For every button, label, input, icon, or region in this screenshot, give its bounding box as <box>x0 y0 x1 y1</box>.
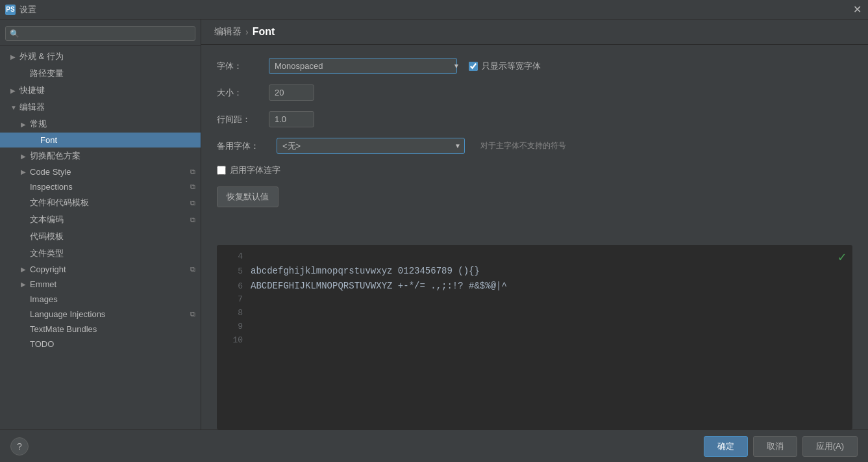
font-row: 字体： Monospaced Courier New Consolas Deja… <box>217 58 852 74</box>
size-label: 大小： <box>217 87 269 99</box>
sidebar-item-textmate-bundles[interactable]: TextMate Bundles <box>0 322 201 337</box>
size-input[interactable] <box>269 84 314 101</box>
sidebar-item-label: 切换配色方案 <box>30 150 195 162</box>
arrow-icon <box>10 87 19 94</box>
sidebar-item-general[interactable]: 常规 <box>0 116 201 133</box>
line-number: 10 <box>227 334 243 348</box>
copy-icon: ⧉ <box>190 168 195 176</box>
copy-icon: ⧉ <box>190 310 195 318</box>
restore-defaults-button[interactable]: 恢复默认值 <box>217 186 279 207</box>
sidebar-item-emmet[interactable]: Emmet <box>0 277 201 292</box>
copy-icon: ⧉ <box>190 265 195 274</box>
fallback-font-select[interactable]: <无> <box>277 138 465 154</box>
search-input[interactable] <box>22 29 191 38</box>
check-mark-icon: ✓ <box>838 249 846 265</box>
preview-line-6: 6 ABCDEFGHIJKLMNOPQRSTUVWXYZ +-*/= .,;:!… <box>227 279 842 294</box>
font-select[interactable]: Monospaced Courier New Consolas DejaVu S… <box>269 58 457 74</box>
copy-icon: ⧉ <box>190 183 195 191</box>
help-button[interactable]: ? <box>10 437 29 456</box>
arrow-icon <box>21 168 30 175</box>
font-dropdown-wrap: Monospaced Courier New Consolas DejaVu S… <box>269 58 464 74</box>
sidebar-item-label: Inspections <box>30 182 190 192</box>
sidebar-item-appearance[interactable]: 外观 & 行为 <box>0 48 201 65</box>
arrow-icon <box>10 104 19 111</box>
arrow-icon <box>21 121 30 128</box>
sidebar-item-lang-injections[interactable]: Language Injections ⧉ <box>0 307 201 322</box>
fallback-dropdown-wrap: <无> ▼ <box>277 138 465 154</box>
arrow-icon <box>21 266 30 273</box>
copy-icon: ⧉ <box>190 199 195 207</box>
ligature-checkbox[interactable] <box>217 166 226 175</box>
sidebar-item-label: Code Style <box>30 167 190 177</box>
sidebar-item-label: Images <box>30 294 195 304</box>
sidebar-item-file-code-templates[interactable]: 文件和代码模板 ⧉ <box>0 194 201 211</box>
sidebar-item-label: TextMate Bundles <box>30 324 195 334</box>
line-spacing-input[interactable] <box>269 111 314 127</box>
dialog-body: 🔍 外观 & 行为 路径变量 快捷键 <box>0 19 868 430</box>
arrow-icon <box>21 281 30 288</box>
search-wrap[interactable]: 🔍 <box>5 26 195 41</box>
monospace-checkbox-row: 只显示等宽字体 <box>469 60 541 72</box>
sidebar-item-path-vars[interactable]: 路径变量 <box>0 65 201 82</box>
breadcrumb: 编辑器 › Font <box>201 19 868 45</box>
dialog-title: 设置 <box>19 4 36 16</box>
sidebar-item-color-scheme[interactable]: 切换配色方案 <box>0 148 201 164</box>
arrow-icon <box>21 153 30 160</box>
ligature-row: 启用字体连字 <box>217 164 852 176</box>
ligature-label: 启用字体连字 <box>230 164 280 176</box>
copy-icon: ⧉ <box>190 216 195 224</box>
sidebar-item-code-style[interactable]: Code Style ⧉ <box>0 164 201 179</box>
sidebar-item-label: 常规 <box>30 118 195 130</box>
cancel-button[interactable]: 取消 <box>753 436 797 457</box>
fallback-font-row: 备用字体： <无> ▼ 对于主字体不支持的符号 <box>217 138 852 154</box>
sidebar-item-code-templates[interactable]: 代码模板 <box>0 228 201 245</box>
monospace-checkbox[interactable] <box>469 62 478 71</box>
sidebar-item-font[interactable]: Font <box>0 133 201 148</box>
sidebar-item-label: TODO <box>30 339 195 349</box>
preview-line-8: 8 <box>227 307 842 320</box>
preview-line-4: 4 <box>227 250 842 264</box>
sidebar-item-label: Font <box>40 135 195 145</box>
sidebar-item-label: 文件类型 <box>30 248 195 259</box>
ok-button[interactable]: 确定 <box>704 436 748 457</box>
close-button[interactable]: ✕ <box>853 5 862 15</box>
line-spacing-label: 行间距： <box>217 114 269 125</box>
sidebar-item-editor[interactable]: 编辑器 <box>0 99 201 116</box>
sidebar-item-label: 路径变量 <box>30 68 195 79</box>
arrow-icon <box>10 53 19 60</box>
font-label: 字体： <box>217 60 269 72</box>
sidebar-item-text-encoding[interactable]: 文本编码 ⧉ <box>0 211 201 228</box>
line-content-lowercase: abcdefghijklmnopqrstuvwxyz 0123456789 ()… <box>251 264 480 278</box>
sidebar-item-file-types[interactable]: 文件类型 <box>0 245 201 262</box>
sidebar-item-label: Language Injections <box>30 309 190 319</box>
title-bar: PS 设置 ✕ <box>0 0 868 19</box>
sidebar-item-copyright[interactable]: Copyright ⧉ <box>0 262 201 277</box>
line-number: 5 <box>227 265 243 279</box>
sidebar-item-inspections[interactable]: Inspections ⧉ <box>0 179 201 194</box>
preview-line-5: 5 abcdefghijklmnopqrstuvwxyz 0123456789 … <box>227 264 842 279</box>
preview-line-10: 10 <box>227 334 842 348</box>
app-icon: PS <box>5 5 16 15</box>
fallback-font-label: 备用字体： <box>217 140 269 152</box>
search-bar: 🔍 <box>0 22 201 45</box>
sidebar-item-images[interactable]: Images <box>0 292 201 307</box>
line-spacing-row: 行间距： <box>217 111 852 127</box>
breadcrumb-parent: 编辑器 <box>214 26 242 38</box>
sidebar-item-todo[interactable]: TODO <box>0 337 201 352</box>
breadcrumb-current: Font <box>253 26 275 38</box>
sidebar-item-label: 编辑器 <box>19 101 195 113</box>
apply-button[interactable]: 应用(A) <box>802 436 858 457</box>
breadcrumb-separator: › <box>245 27 249 37</box>
sidebar-item-label: 快捷键 <box>19 84 195 96</box>
sidebar-item-label: 外观 & 行为 <box>19 51 195 62</box>
sidebar-item-label: 文件和代码模板 <box>30 197 190 209</box>
sidebar-item-label: Emmet <box>30 279 195 289</box>
size-row: 大小： <box>217 84 852 101</box>
settings-content: 字体： Monospaced Courier New Consolas Deja… <box>201 45 868 245</box>
sidebar-section: 外观 & 行为 路径变量 快捷键 编辑器 常规 <box>0 48 201 352</box>
line-number: 4 <box>227 250 243 264</box>
line-number: 8 <box>227 307 243 320</box>
preview-line-9: 9 <box>227 320 842 334</box>
sidebar-item-shortcuts[interactable]: 快捷键 <box>0 82 201 99</box>
preview-line-7: 7 <box>227 293 842 307</box>
